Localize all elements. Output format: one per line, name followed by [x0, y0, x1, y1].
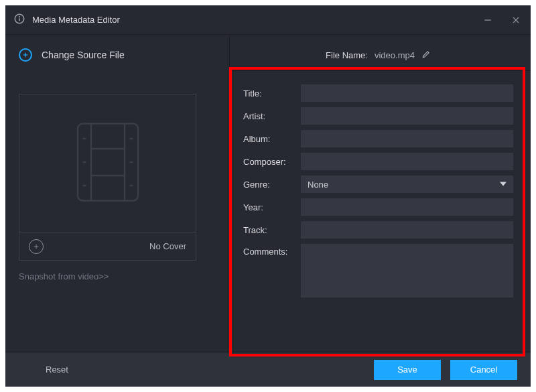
- composer-input[interactable]: [301, 153, 513, 170]
- file-name-label: File Name:: [326, 50, 368, 60]
- file-name-row: File Name: video.mp4: [243, 48, 513, 61]
- app-window: Media Metadata Editor Change Source File: [5, 5, 531, 387]
- year-input[interactable]: [301, 198, 513, 216]
- add-cover-button[interactable]: [29, 239, 44, 254]
- chevron-down-icon: [500, 180, 507, 190]
- change-source-label: Change Source File: [42, 50, 125, 60]
- metadata-form: Title: Artist: Album: Composer: Genre:: [243, 84, 513, 298]
- genre-value: None: [308, 180, 328, 190]
- title-input[interactable]: [301, 84, 513, 102]
- genre-label: Genre:: [243, 180, 295, 190]
- minimize-button[interactable]: [480, 12, 496, 28]
- track-label: Track:: [243, 225, 295, 235]
- title-label: Title:: [243, 88, 295, 99]
- svg-rect-8: [78, 123, 138, 200]
- reset-button[interactable]: Reset: [46, 365, 68, 375]
- divider: [230, 70, 531, 71]
- file-name-value: video.mp4: [375, 50, 415, 60]
- footer: Reset Save Cancel: [5, 352, 531, 387]
- album-input[interactable]: [301, 130, 513, 147]
- right-column: File Name: video.mp4 Title: Artist: Albu…: [229, 35, 531, 352]
- save-button[interactable]: Save: [374, 360, 441, 380]
- edit-filename-button[interactable]: [421, 50, 431, 61]
- window-title: Media Metadata Editor: [32, 15, 120, 25]
- cover-toolbar: No Cover: [19, 232, 196, 260]
- change-source-button[interactable]: Change Source File: [19, 48, 216, 62]
- svg-point-2: [19, 17, 20, 17]
- comments-input[interactable]: [301, 244, 513, 298]
- info-icon: [13, 13, 25, 27]
- body: Change Source File: [5, 35, 531, 352]
- track-input[interactable]: [301, 221, 513, 239]
- plus-circle-icon: [19, 48, 32, 62]
- album-label: Album:: [243, 134, 295, 144]
- composer-label: Composer:: [243, 157, 295, 167]
- cover-panel: No Cover: [19, 94, 196, 261]
- cancel-button[interactable]: Cancel: [450, 360, 517, 380]
- close-button[interactable]: [508, 12, 524, 28]
- comments-label: Comments:: [243, 244, 295, 257]
- genre-select[interactable]: None: [301, 176, 513, 193]
- cover-preview: [19, 94, 196, 232]
- snapshot-from-video-link[interactable]: Snapshot from video>>: [19, 271, 216, 281]
- left-column: Change Source File: [5, 35, 229, 352]
- title-bar: Media Metadata Editor: [5, 5, 531, 35]
- no-cover-label: No Cover: [149, 241, 186, 251]
- film-icon: [74, 119, 141, 208]
- artist-input[interactable]: [301, 107, 513, 125]
- artist-label: Artist:: [243, 111, 295, 121]
- year-label: Year:: [243, 202, 295, 212]
